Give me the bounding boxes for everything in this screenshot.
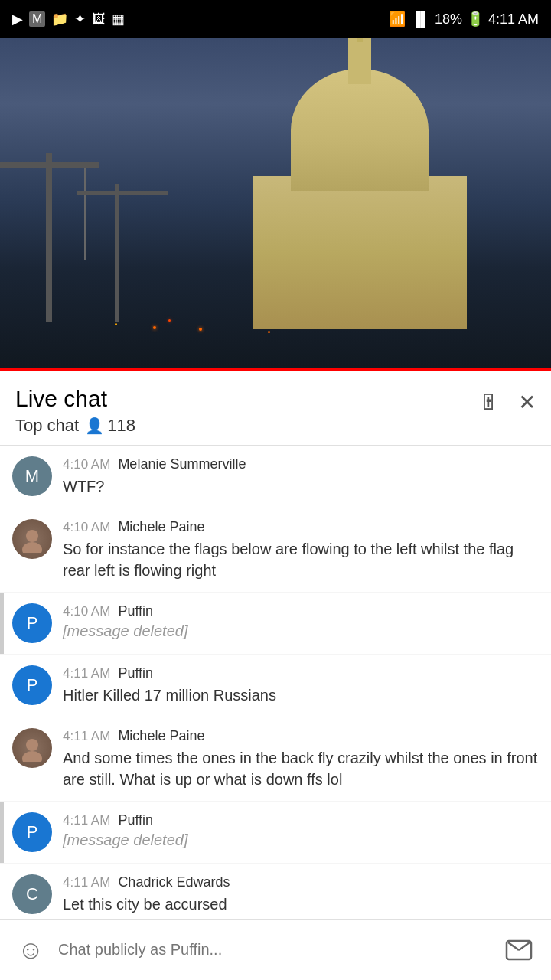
table-row: C 4:11 AM Chadrick Edwards Let this city… <box>0 864 551 926</box>
message-meta: 4:10 AM Melanie Summerville <box>63 456 246 472</box>
folder-icon: 📁 <box>51 11 68 28</box>
message-time: 4:11 AM <box>63 666 110 681</box>
chat-input-bar: ☺ <box>0 919 551 980</box>
table-row: P 4:10 AM Puffin [message deleted] <box>0 593 551 655</box>
video-player[interactable] <box>0 38 551 368</box>
person-icon: 👤 <box>85 416 104 435</box>
message-content: 4:11 AM Puffin Hitler Killed 17 million … <box>63 665 276 706</box>
message-content: 4:11 AM Chadrick Edwards Let this city b… <box>63 874 230 915</box>
table-row: M 4:10 AM Melanie Summerville WTF? <box>0 446 551 508</box>
svg-line-5 <box>508 942 519 950</box>
top-chat-label: Top chat <box>15 416 79 436</box>
svg-point-2 <box>26 739 38 751</box>
battery-icon: 🔋 <box>467 11 484 28</box>
message-meta: 4:10 AM Puffin <box>63 603 187 619</box>
filter-icon[interactable]: 🎚 <box>478 390 500 415</box>
message-time: 4:11 AM <box>63 813 110 828</box>
table-row: 4:10 AM Michele Paine So for instance th… <box>0 508 551 593</box>
status-icons-left: ▶ M 📁 ✦ 🖼 ▦ <box>12 11 125 28</box>
avatar: P <box>12 603 52 643</box>
avatar: P <box>12 665 52 705</box>
message-text: So for instance the flags below are flow… <box>63 538 539 581</box>
message-author: Michele Paine <box>118 728 204 744</box>
message-time: 4:10 AM <box>63 520 110 535</box>
close-icon[interactable]: ✕ <box>518 390 536 415</box>
message-time: 4:11 AM <box>63 875 110 890</box>
message-meta: 4:11 AM Chadrick Edwards <box>63 874 230 890</box>
signal-icon: ▐▌ <box>410 11 430 28</box>
avatar: M <box>12 456 52 496</box>
m-icon: M <box>29 11 45 27</box>
video-progress-bar[interactable] <box>0 368 551 371</box>
battery-percent: 18% <box>435 11 462 28</box>
city-lights <box>0 291 551 337</box>
message-text: Let this city be accursed <box>63 893 230 915</box>
viewer-count: 👤 118 <box>85 416 135 436</box>
emoji-button[interactable]: ☺ <box>12 932 49 969</box>
video-thumbnail <box>230 38 490 329</box>
avatar: C <box>12 874 52 914</box>
avatar-silhouette <box>18 734 46 762</box>
message-author: Chadrick Edwards <box>118 874 230 890</box>
svg-point-1 <box>22 542 42 553</box>
refresh-icon: ✦ <box>74 11 86 28</box>
message-content: 4:11 AM Michele Paine And some times the… <box>63 728 539 790</box>
message-content: 4:10 AM Melanie Summerville WTF? <box>63 456 246 497</box>
deleted-message-text: [message deleted] <box>63 622 187 640</box>
message-author: Puffin <box>118 812 153 828</box>
deleted-message-text: [message deleted] <box>63 831 187 849</box>
avatar-silhouette <box>18 525 46 553</box>
svg-point-3 <box>22 751 42 762</box>
crane-left <box>23 107 176 322</box>
table-row: 4:11 AM Michele Paine And some times the… <box>0 717 551 802</box>
avatar <box>12 519 52 559</box>
avatar <box>12 728 52 768</box>
wifi-icon: 📶 <box>389 11 406 28</box>
emoji-icon: ☺ <box>18 935 44 965</box>
message-time: 4:10 AM <box>63 604 110 619</box>
youtube-icon: ▶ <box>12 11 23 28</box>
image-icon: 🖼 <box>92 11 106 28</box>
message-author: Puffin <box>118 665 153 681</box>
grid-icon: ▦ <box>112 11 125 28</box>
message-content: 4:10 AM Puffin [message deleted] <box>63 603 187 640</box>
chat-header: Live chat Top chat 👤 118 🎚 ✕ <box>0 371 551 446</box>
message-time: 4:11 AM <box>63 729 110 744</box>
chat-input[interactable] <box>58 930 490 970</box>
message-content: 4:11 AM Puffin [message deleted] <box>63 812 187 849</box>
message-meta: 4:11 AM Puffin <box>63 812 187 828</box>
message-content: 4:10 AM Michele Paine So for instance th… <box>63 519 539 581</box>
clock: 4:11 AM <box>488 11 539 28</box>
chat-header-right: 🎚 ✕ <box>478 390 536 415</box>
send-icon <box>505 936 533 964</box>
message-meta: 4:11 AM Michele Paine <box>63 728 539 744</box>
avatar: P <box>12 812 52 852</box>
message-meta: 4:11 AM Puffin <box>63 665 276 681</box>
send-button[interactable] <box>499 930 539 970</box>
message-text: And some times the ones in the back fly … <box>63 747 539 790</box>
message-meta: 4:10 AM Michele Paine <box>63 519 539 535</box>
message-author: Puffin <box>118 603 153 619</box>
status-bar: ▶ M 📁 ✦ 🖼 ▦ 📶 ▐▌ 18% 🔋 4:11 AM <box>0 0 551 38</box>
message-time: 4:10 AM <box>63 457 110 472</box>
chat-messages-list: M 4:10 AM Melanie Summerville WTF? 4:10 … <box>0 446 551 980</box>
message-text: Hitler Killed 17 million Russians <box>63 684 276 706</box>
status-icons-right: 📶 ▐▌ 18% 🔋 4:11 AM <box>389 11 539 28</box>
live-chat-title: Live chat <box>15 385 135 413</box>
message-text: WTF? <box>63 475 246 497</box>
chat-header-left: Live chat Top chat 👤 118 <box>15 385 135 436</box>
message-author: Michele Paine <box>118 519 204 535</box>
viewer-count-number: 118 <box>107 416 135 436</box>
message-author: Melanie Summerville <box>118 456 246 472</box>
table-row: P 4:11 AM Puffin [message deleted] <box>0 802 551 864</box>
table-row: P 4:11 AM Puffin Hitler Killed 17 millio… <box>0 655 551 717</box>
svg-point-0 <box>26 530 38 542</box>
top-chat-row: Top chat 👤 118 <box>15 416 135 436</box>
svg-line-6 <box>519 942 530 950</box>
